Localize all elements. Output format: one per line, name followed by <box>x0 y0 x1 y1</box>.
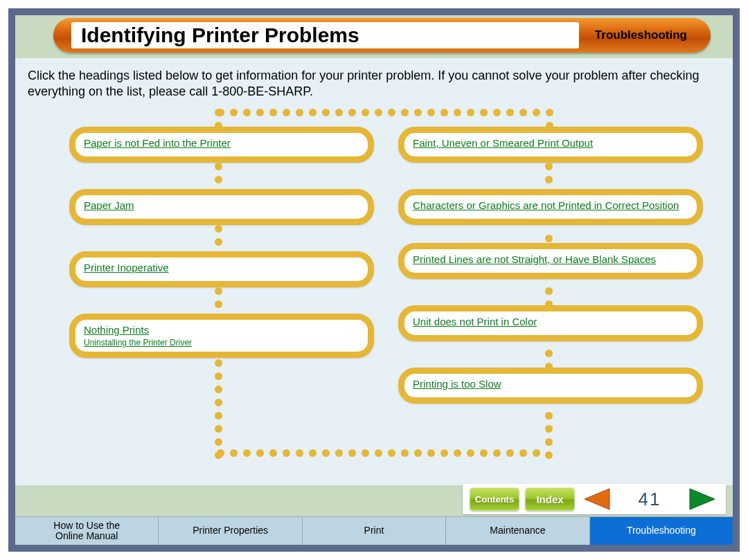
topic-link[interactable]: Unit does not Print in Color <box>413 316 537 327</box>
page-title: Identifying Printer Problems <box>81 24 359 47</box>
contents-button[interactable]: Contents <box>470 487 519 511</box>
svg-marker-1 <box>690 489 715 509</box>
tab-maintenance[interactable]: Maintenance <box>446 517 589 545</box>
next-page-button[interactable] <box>688 487 719 511</box>
page-nav: Contents Index 41 <box>463 484 726 514</box>
index-button[interactable]: Index <box>525 487 575 511</box>
tab-label: How to Use theOnline Manual <box>53 521 120 542</box>
topic-box[interactable]: Paper Jam <box>69 189 374 225</box>
connector-dots <box>215 225 222 251</box>
topic-link[interactable]: Faint, Uneven or Smeared Print Output <box>413 137 593 149</box>
topic-box[interactable]: Faint, Uneven or Smeared Print Output <box>398 127 703 163</box>
topic-box[interactable]: Printed Lines are not Straight, or Have … <box>398 243 703 279</box>
topic-link[interactable]: Paper is not Fed into the Printer <box>84 137 231 149</box>
topic-link[interactable]: Nothing Prints <box>84 324 149 336</box>
tab-label: Printer Properties <box>193 525 268 536</box>
page-number: 41 <box>616 489 683 510</box>
tab-label: Maintenance <box>490 525 545 536</box>
topic-box[interactable]: Paper is not Fed into the Printer <box>69 127 374 163</box>
connector-dots <box>217 449 549 457</box>
tab-label: Troubleshooting <box>627 525 696 536</box>
connector-dots <box>215 287 222 314</box>
tab-print[interactable]: Print <box>303 517 446 545</box>
tab-label: Print <box>364 525 384 536</box>
connector-dots <box>545 163 553 189</box>
tab-how-to-use[interactable]: How to Use theOnline Manual <box>15 517 159 545</box>
bottom-tabs: How to Use theOnline Manual Printer Prop… <box>15 516 733 545</box>
topic-link[interactable]: Printed Lines are not Straight, or Have … <box>413 253 656 265</box>
svg-marker-0 <box>585 489 609 509</box>
arrow-left-icon <box>580 487 611 511</box>
topic-box[interactable]: Characters or Graphics are not Printed i… <box>398 189 703 225</box>
topic-box[interactable]: Nothing Prints Uninstalling the Printer … <box>69 314 374 358</box>
arrow-right-icon <box>688 487 719 511</box>
flow-diagram: Paper is not Fed into the Printer Paper … <box>28 106 720 466</box>
topic-link[interactable]: Characters or Graphics are not Printed i… <box>413 199 679 211</box>
content-area: Click the headings listed below to get i… <box>15 58 733 485</box>
prev-page-button[interactable] <box>580 487 611 511</box>
topic-box[interactable]: Unit does not Print in Color <box>398 305 703 341</box>
topic-sublink[interactable]: Uninstalling the Printer Driver <box>84 338 359 347</box>
title-bar: Identifying Printer Problems Troubleshoo… <box>53 18 711 53</box>
connector-dots <box>217 109 549 116</box>
topic-link[interactable]: Paper Jam <box>84 199 134 211</box>
connector-dots <box>215 163 222 189</box>
tab-printer-properties[interactable]: Printer Properties <box>159 517 302 545</box>
topic-link[interactable]: Printer Inoperative <box>84 262 169 273</box>
intro-text: Click the headings listed below to get i… <box>28 68 720 99</box>
connector-dots <box>215 359 222 463</box>
topic-column-right: Faint, Uneven or Smeared Print Output Ch… <box>398 127 703 412</box>
section-label: Troubleshooting <box>595 18 687 53</box>
topic-link[interactable]: Printing is too Slow <box>413 378 501 390</box>
topic-box[interactable]: Printer Inoperative <box>69 251 374 287</box>
topic-column-left: Paper is not Fed into the Printer Paper … <box>69 127 374 366</box>
tab-troubleshooting[interactable]: Troubleshooting <box>590 517 733 545</box>
topic-box[interactable]: Printing is too Slow <box>398 368 703 404</box>
